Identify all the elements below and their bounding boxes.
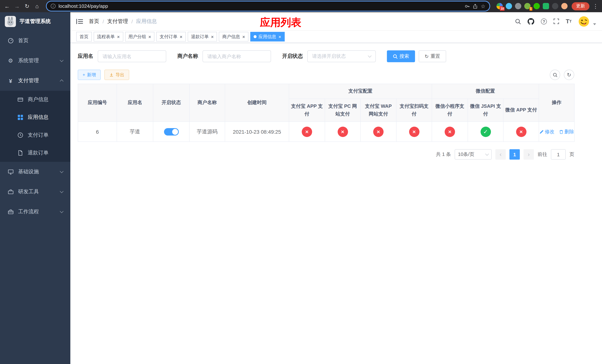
reload-icon[interactable]: ↻ [24,3,30,10]
address-bar[interactable]: i localhost:1024/pay/app ☆ [47,1,489,11]
share-icon[interactable] [473,3,478,9]
col-alipay-qr: 支付宝扫码支付 [396,99,432,122]
sidebar-item-workflow[interactable]: 工作流程 [0,202,70,222]
help-icon[interactable]: ? [541,18,547,24]
close-icon[interactable]: × [148,34,151,39]
extension-green-square-icon[interactable] [543,3,549,9]
chevron-down-icon [60,189,64,193]
collapse-sidebar-icon[interactable] [76,18,83,24]
tab-merchant-info[interactable]: 商户信息× [219,32,248,42]
refresh-table-icon[interactable]: ↻ [564,70,574,80]
yen-icon: ¥ [7,78,14,84]
filter-label: 开启状态 [282,53,303,60]
page-title: 应用列表 [260,16,301,30]
page-1-button[interactable]: 1 [509,149,520,160]
close-icon[interactable]: × [211,34,214,39]
sidebar-item-label: 商户信息 [28,96,49,103]
search-icon[interactable] [515,18,521,24]
edit-link[interactable]: 修改 [539,128,554,135]
col-group-alipay: 支付宝配置 [289,84,432,99]
tab-home[interactable]: 首页 [76,32,92,42]
close-icon[interactable]: × [180,34,182,39]
col-merchant: 商户名称 [189,84,225,122]
sidebar-item-label: 研发工具 [18,189,56,195]
sidebar-item-pay-order[interactable]: 支付订单 [0,126,70,144]
sidebar-item-merchant-info[interactable]: 商户信息 [0,91,70,108]
extension-gray-icon[interactable] [515,3,521,9]
payment-config-status: × [516,127,526,137]
close-icon[interactable]: × [279,34,281,39]
fullscreen-icon[interactable] [553,19,559,24]
extension-avatar-icon[interactable]: 1 [524,3,531,9]
extension-orange-avatar-icon[interactable] [561,3,568,9]
merchant-name-input[interactable] [203,50,271,62]
monitor-icon [7,169,14,175]
tab-user-group[interactable]: 用户分组× [125,32,154,42]
sidebar-item-refund-order[interactable]: 退款订单 [0,144,70,162]
bookmark-star-icon[interactable]: ☆ [481,3,485,9]
forward-icon[interactable]: → [14,3,20,9]
extension-wechat-icon[interactable] [534,3,540,9]
goto-label: 前往 [538,151,547,158]
filter-label: 商户名称 [177,53,198,60]
tab-label: 商户信息 [222,33,240,40]
url-text[interactable]: localhost:1024/pay/app [58,3,108,9]
sidebar-item-app-info[interactable]: 应用信息 [0,108,70,126]
tab-refund-order[interactable]: 退款订单× [188,32,217,42]
sidebar-item-payment[interactable]: ¥ 支付管理 [0,71,70,91]
prev-page-button[interactable]: ‹ [495,149,506,160]
export-button[interactable]: 导出 [104,70,129,80]
goto-page-input[interactable] [551,149,566,160]
page-size-select[interactable]: 10条/页 [455,149,492,160]
status-select[interactable]: 请选择开启状态 [307,50,376,62]
close-icon[interactable]: × [242,34,245,39]
col-status: 开启状态 [153,84,189,122]
extension-pie-icon[interactable]: 10 [496,3,503,9]
dashboard-icon [7,38,14,44]
sidebar-item-label: 基础设施 [18,169,56,175]
extension-blue-icon[interactable] [506,3,512,9]
tab-app-info[interactable]: 应用信息× [250,32,285,42]
tab-label: 应用信息 [258,33,276,40]
active-dot [254,35,257,38]
reset-button[interactable]: ↻ 重置 [419,50,446,62]
app-table: 应用编号 应用名 开启状态 商户名称 创建时间 支付宝配置 微信配置 操作 支付… [78,84,575,142]
tab-process-form[interactable]: 流程表单× [94,32,123,42]
font-size-icon[interactable]: TT [566,18,572,24]
browser-update-button[interactable]: 更新 [572,2,589,10]
cell-merchant: 芋道源码 [189,122,225,142]
browser-menu-icon[interactable]: ⋮ [593,3,598,10]
github-icon[interactable] [527,18,534,25]
app-name-input[interactable] [98,50,166,62]
col-group-wechat: 微信配置 [432,84,539,99]
password-key-icon[interactable] [465,3,470,9]
home-icon[interactable]: ⌂ [34,3,40,9]
breadcrumb-payment[interactable]: 支付管理 [107,18,128,25]
breadcrumb-home[interactable]: 首页 [89,18,99,25]
close-icon[interactable]: × [117,34,120,39]
search-button[interactable]: 搜索 [387,50,415,62]
sidebar-item-dev-tools[interactable]: 研发工具 [0,182,70,202]
next-page-button[interactable]: › [524,149,534,160]
tab-pay-order[interactable]: 支付订单× [156,32,186,42]
sidebar-item-infrastructure[interactable]: 基础设施 [0,162,70,182]
avatar[interactable] [578,16,589,27]
status-toggle[interactable] [164,128,179,135]
delete-link[interactable]: 删除 [559,128,574,135]
sidebar-item-home[interactable]: 首页 [0,31,70,51]
site-info-icon[interactable]: i [51,4,55,9]
credit-card-icon [17,97,23,103]
toolbar-right: ↻ [550,70,574,80]
back-icon[interactable]: ← [4,3,10,9]
toggle-search-icon[interactable] [550,70,560,80]
goto-unit-label: 页 [570,151,574,158]
cell-wechat-mini: × [432,122,468,142]
extension-dark-icon[interactable] [552,3,558,9]
app-body: 芋道管理系统 首页 ⚙ 系统管理 ¥ 支付管理 [0,12,602,364]
user-menu-caret-icon[interactable] [593,23,596,25]
add-button[interactable]: + 新增 [78,70,101,80]
app-logo-row[interactable]: 芋道管理系统 [0,12,70,31]
filter-label: 应用名 [78,53,93,60]
payment-config-status: × [409,127,419,137]
sidebar-item-system[interactable]: ⚙ 系统管理 [0,51,70,71]
